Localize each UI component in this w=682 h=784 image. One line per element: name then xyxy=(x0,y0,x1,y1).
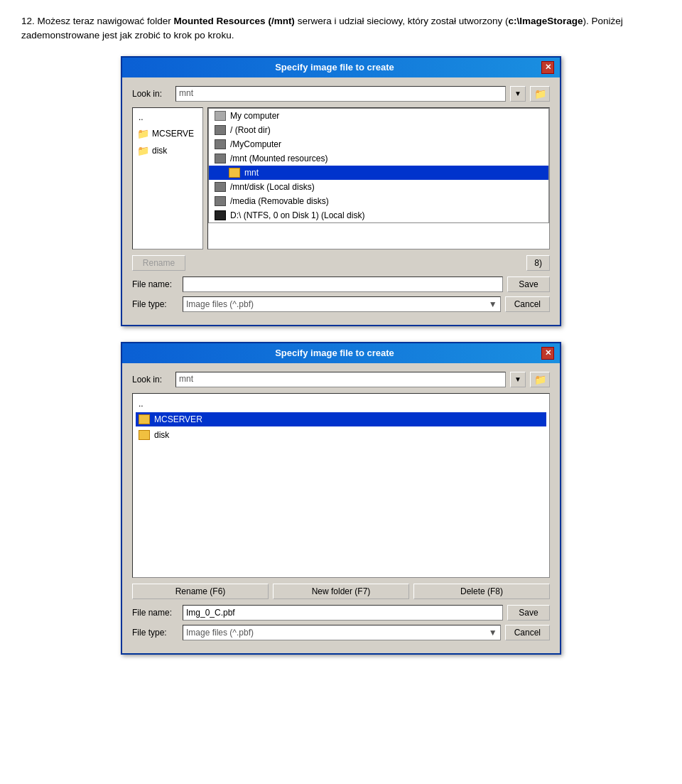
dialog1-rename-button[interactable]: Rename xyxy=(132,255,185,271)
dialog2-look-in-dropdown[interactable]: ▼ xyxy=(510,372,526,387)
dialog1-left-disk-label: disk xyxy=(152,146,167,156)
folder-icon xyxy=(139,414,150,424)
dialog2-look-in-row: Look in: mnt ▼ 📁 xyxy=(132,372,550,387)
dialog1-browser-area: .. 📁 MCSERVE 📁 disk xyxy=(132,107,550,249)
drive-icon xyxy=(215,154,226,163)
dialog2-folder-up-button[interactable]: 📁 xyxy=(530,372,550,387)
dialog2-title: Specify image file to create xyxy=(128,348,541,358)
intro-bold-2: c:\ImageStorage xyxy=(508,16,583,26)
dialog2-filetype-select[interactable]: Image files (^.pbf) ▼ xyxy=(183,625,501,640)
dialog2-item-dotdot[interactable]: .. xyxy=(136,397,546,411)
drive-icon xyxy=(215,196,226,206)
dropdown-arrow-icon: ▼ xyxy=(489,299,497,309)
dialog1-title: Specify image file to create xyxy=(128,62,541,73)
dialog2-rename-button[interactable]: Rename (F6) xyxy=(132,584,269,599)
dialog1-left-panel: .. 📁 MCSERVE 📁 disk xyxy=(132,107,203,249)
dialog2-filename-input[interactable] xyxy=(183,605,503,621)
dialog1-look-in-label: Look in: xyxy=(132,89,171,99)
dialog1-filename-label: File name: xyxy=(132,279,178,289)
dialog1-body: Look in: mnt ▼ 📁 .. 📁 MCSERVE xyxy=(122,77,560,325)
drive-blue-icon xyxy=(215,210,226,220)
dialog1-left-disk[interactable]: 📁 disk xyxy=(136,144,200,158)
dialog1: Specify image file to create ✕ Look in: … xyxy=(121,56,561,326)
dialog1-action-row: Rename 8) xyxy=(132,255,550,271)
dialog1-filename-input[interactable] xyxy=(183,276,503,292)
dialog2-filetype-value: Image files (^.pbf) xyxy=(186,628,254,638)
drive-icon xyxy=(215,182,226,192)
drive-icon xyxy=(215,125,226,135)
dialog2-filename-row: File name: Save xyxy=(132,605,550,621)
dialog1-titlebar: Specify image file to create ✕ xyxy=(122,58,560,77)
dialog1-look-in-dropdown[interactable]: ▼ xyxy=(510,86,526,102)
dialog1-folder-up-button[interactable]: 📁 xyxy=(530,86,550,102)
dropdown-media[interactable]: /media (Removable disks) xyxy=(209,194,548,208)
dialog1-left-mcserver[interactable]: 📁 MCSERVE xyxy=(136,127,200,141)
dialog2-item-mcserver[interactable]: MCSERVER xyxy=(136,412,546,426)
folder-icon: 📁 xyxy=(137,128,149,139)
dialog1-dropdown-list: My computer / (Root dir) /MyComputer xyxy=(208,108,549,223)
dropdown-mnt-mounted[interactable]: /mnt (Mounted resources) xyxy=(209,151,548,166)
dropdown-my-computer[interactable]: My computer xyxy=(209,109,548,123)
dialog1-close-button[interactable]: ✕ xyxy=(541,61,554,74)
intro-text-middle: serwera i udział sieciowy, który został … xyxy=(295,16,509,26)
dialog1-wrapper: Specify image file to create ✕ Look in: … xyxy=(21,56,661,326)
dialog1-left-dotdot[interactable]: .. xyxy=(136,111,200,124)
folder-icon xyxy=(139,430,150,440)
dialog1-filetype-value: Image files (^.pbf) xyxy=(186,299,254,309)
dialog2-filename-label: File name: xyxy=(132,608,178,618)
dialog2-save-button[interactable]: Save xyxy=(507,605,550,621)
dialog2-filetype-row: File type: Image files (^.pbf) ▼ Cancel xyxy=(132,625,550,640)
dialog2-look-in-label: Look in: xyxy=(132,375,171,385)
dialog2-look-in-input[interactable]: mnt xyxy=(175,372,506,387)
dialog2-body: Look in: mnt ▼ 📁 .. MCSERVER disk xyxy=(122,363,560,653)
dialog1-extra-button[interactable]: 8) xyxy=(526,255,550,271)
dialog2-close-button[interactable]: ✕ xyxy=(541,347,554,360)
computer-icon xyxy=(215,111,226,121)
dialog1-save-button[interactable]: Save xyxy=(507,276,550,292)
dialog1-filetype-select[interactable]: Image files (^.pbf) ▼ xyxy=(183,296,501,312)
dialog2-titlebar: Specify image file to create ✕ xyxy=(122,343,560,363)
drive-icon xyxy=(215,139,226,149)
dialog1-left-mcserver-label: MCSERVE xyxy=(152,129,194,139)
intro-bold-1: Mounted Resources (/mnt) xyxy=(174,16,295,26)
dialog2-file-list: .. MCSERVER disk xyxy=(132,393,550,578)
dialog2-new-folder-button[interactable]: New folder (F7) xyxy=(273,584,409,599)
dialog2-three-btn-row: Rename (F6) New folder (F7) Delete (F8) xyxy=(132,584,550,599)
folder-icon xyxy=(229,168,240,178)
dropdown-mnt-disk[interactable]: /mnt/disk (Local disks) xyxy=(209,180,548,194)
dialog2-wrapper: Specify image file to create ✕ Look in: … xyxy=(21,342,661,655)
intro-paragraph: 12. Możesz teraz nawigować folder Mounte… xyxy=(21,14,661,43)
dialog1-filetype-label: File type: xyxy=(132,299,178,309)
dialog2-item-disk[interactable]: disk xyxy=(136,428,546,442)
dialog2: Specify image file to create ✕ Look in: … xyxy=(121,342,561,655)
dropdown-mnt[interactable]: mnt xyxy=(209,166,548,180)
dialog1-look-in-input[interactable]: mnt xyxy=(175,86,506,102)
dialog2-cancel-button[interactable]: Cancel xyxy=(505,625,550,640)
dialog1-cancel-button[interactable]: Cancel xyxy=(505,296,550,312)
dialog2-filetype-label: File type: xyxy=(132,628,178,638)
dropdown-dv[interactable]: D:\ (NTFS, 0 on Disk 1) (Local disk) xyxy=(209,208,548,222)
dropdown-mycomputer[interactable]: /MyComputer xyxy=(209,137,548,151)
folder-icon: 📁 xyxy=(137,145,149,156)
intro-text-before: 12. Możesz teraz nawigować folder xyxy=(21,16,174,26)
dialog2-delete-button[interactable]: Delete (F8) xyxy=(413,584,550,599)
dialog1-look-in-row: Look in: mnt ▼ 📁 xyxy=(132,86,550,102)
dialog1-filetype-row: File type: Image files (^.pbf) ▼ Cancel xyxy=(132,296,550,312)
dialog1-filename-row: File name: Save xyxy=(132,276,550,292)
dialog1-right-panel: My computer / (Root dir) /MyComputer xyxy=(207,107,550,249)
dropdown-root-dir[interactable]: / (Root dir) xyxy=(209,123,548,137)
dropdown-arrow-icon: ▼ xyxy=(489,628,497,638)
